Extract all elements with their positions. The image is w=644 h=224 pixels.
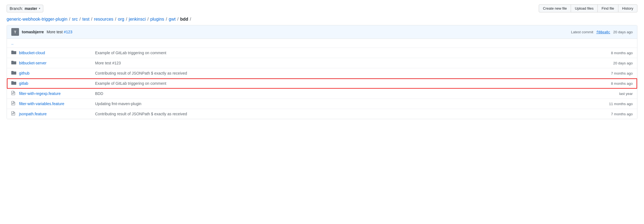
file-name-link[interactable]: gitlab (19, 81, 28, 86)
breadcrumb-plugins-link[interactable]: plugins (150, 17, 164, 22)
file-age: 8 months ago (589, 81, 633, 86)
file-name-link[interactable]: filter-with-variables.feature (19, 102, 64, 106)
breadcrumb-sep-4: / (115, 17, 116, 22)
file-name: filter-with-variables.feature (19, 102, 91, 106)
commit-author[interactable]: tomasbjerre (22, 30, 44, 34)
create-new-file-button[interactable]: Create new file (539, 4, 571, 12)
breadcrumb-sep-9: / (190, 17, 191, 22)
file-age: 7 months ago (589, 112, 633, 116)
file-icon (11, 111, 17, 117)
file-icon (11, 101, 17, 106)
folder-icon (11, 70, 17, 76)
file-table: T tomasbjerre More test #123 Latest comm… (7, 25, 637, 119)
breadcrumb-sep-2: / (79, 17, 80, 22)
breadcrumb: generic-webhook-trigger-plugin / src / t… (7, 17, 637, 22)
commit-issue-link[interactable]: #123 (64, 30, 72, 34)
branch-selector[interactable]: Branch: master ▾ (7, 5, 43, 12)
breadcrumb-sep-1: / (69, 17, 70, 22)
breadcrumb-resources-link[interactable]: resources (94, 17, 113, 22)
file-commit-message: Example of GitLab triggering on comment (91, 81, 589, 86)
breadcrumb-sep-6: / (147, 17, 149, 22)
file-age: last year (589, 92, 633, 96)
file-age: 7 months ago (589, 71, 633, 75)
breadcrumb-sep-8: / (177, 17, 178, 22)
commit-header-left: T tomasbjerre More test #123 (11, 28, 72, 36)
breadcrumb-src-link[interactable]: src (72, 17, 78, 22)
find-file-button[interactable]: Find file (597, 4, 618, 12)
file-age: 8 months ago (589, 51, 633, 55)
file-name-link[interactable]: github (19, 71, 29, 75)
file-age: 11 months ago (589, 102, 633, 106)
table-row: filter-with-regexp.featureBDDlast year (7, 89, 637, 99)
file-age: 20 days ago (589, 61, 633, 65)
file-name: gitlab (19, 81, 91, 86)
breadcrumb-current: bdd (180, 17, 188, 22)
commit-header-right: Latest commit f08ea0c 20 days ago (571, 30, 633, 34)
breadcrumb-repo-link[interactable]: generic-webhook-trigger-plugin (7, 17, 68, 22)
folder-icon (11, 81, 17, 86)
table-row: bitbucket-serverMore test #12320 days ag… (7, 58, 637, 68)
file-name-link[interactable]: bitbucket-server (19, 61, 47, 65)
avatar: T (11, 28, 19, 36)
table-row: githubContributing result of JSONPath $ … (7, 68, 637, 78)
file-name-link[interactable]: filter-with-regexp.feature (19, 91, 61, 96)
toolbar: Branch: master ▾ Create new file Upload … (7, 4, 637, 12)
commit-hash-link[interactable]: f08ea0c (596, 30, 610, 34)
file-commit-message: Contributing result of JSONPath $ exactl… (91, 71, 589, 75)
parent-dir-row: .. (7, 39, 637, 48)
breadcrumb-jenkinsci-link[interactable]: jenkinsci (129, 17, 145, 22)
file-commit-message: Example of GitLab triggering on comment (91, 51, 589, 55)
file-name-link[interactable]: bitbucket-cloud (19, 51, 45, 55)
table-row: filter-with-variables.featureUpdating fm… (7, 99, 637, 109)
table-row: gitlabExample of GitLab triggering on co… (7, 78, 637, 89)
branch-name: master (25, 6, 37, 11)
branch-label: Branch: (10, 6, 23, 11)
table-row: bitbucket-cloudExample of GitLab trigger… (7, 48, 637, 58)
file-name: github (19, 71, 91, 75)
file-commit-message: Contributing result of JSONPath $ exactl… (91, 112, 589, 116)
file-name: bitbucket-cloud (19, 51, 91, 55)
folder-icon (11, 60, 17, 66)
table-row: jsonpath.featureContributing result of J… (7, 109, 637, 119)
svg-text:T: T (14, 30, 16, 34)
file-commit-message: More test #123 (91, 61, 589, 65)
folder-icon (11, 50, 17, 56)
latest-commit-label: Latest commit (571, 30, 593, 34)
file-name: bitbucket-server (19, 61, 91, 65)
history-button[interactable]: History (618, 4, 637, 12)
breadcrumb-gwt-link[interactable]: gwt (169, 17, 176, 22)
commit-header: T tomasbjerre More test #123 Latest comm… (7, 25, 637, 39)
file-commit-message: BDD (91, 91, 589, 96)
file-icon (11, 91, 17, 96)
file-commit-message: Updating fmt-maven-plugin (91, 102, 589, 106)
commit-time-ago: 20 days ago (613, 30, 633, 34)
breadcrumb-sep-7: / (166, 17, 167, 22)
breadcrumb-sep-5: / (126, 17, 127, 22)
chevron-down-icon: ▾ (39, 7, 40, 10)
breadcrumb-test-link[interactable]: test (82, 17, 90, 22)
file-name-link[interactable]: jsonpath.feature (19, 112, 47, 116)
breadcrumb-org-link[interactable]: org (118, 17, 124, 22)
action-buttons: Create new file Upload files Find file H… (539, 4, 637, 12)
breadcrumb-sep-3: / (91, 17, 92, 22)
parent-dir-link[interactable]: .. (11, 41, 14, 45)
commit-message: More test #123 (47, 30, 72, 34)
file-name: filter-with-regexp.feature (19, 91, 91, 96)
upload-files-button[interactable]: Upload files (571, 4, 598, 12)
file-rows-container: bitbucket-cloudExample of GitLab trigger… (7, 48, 637, 119)
file-name: jsonpath.feature (19, 112, 91, 116)
